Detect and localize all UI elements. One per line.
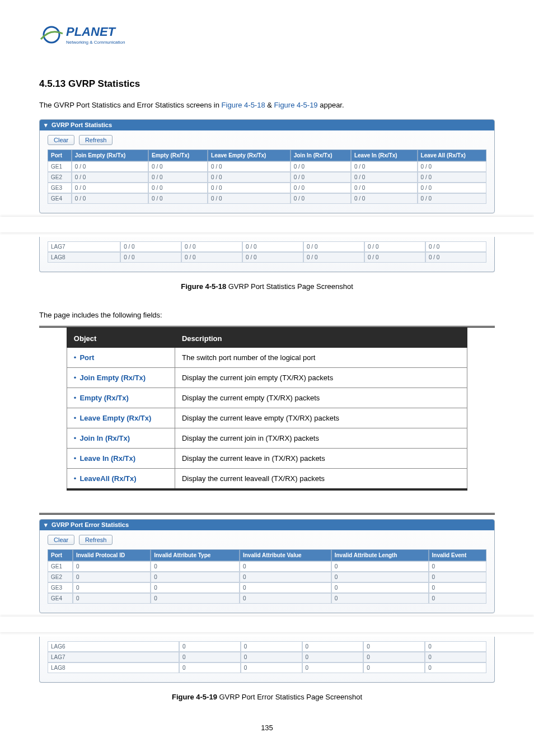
col-header: Invalid Event xyxy=(429,549,486,561)
table-row: GE200000 xyxy=(48,572,486,582)
table-cell: 0 / 0 xyxy=(425,252,486,263)
figure-caption-2: Figure 4-5-19 GVRP Port Error Statistics… xyxy=(39,693,495,701)
table-cell: 0 / 0 xyxy=(364,252,425,263)
table-cell: 0 / 0 xyxy=(148,193,208,204)
object-description-table: Object Description •PortThe switch port … xyxy=(67,328,467,491)
refresh-button[interactable]: Refresh xyxy=(79,535,113,545)
table-cell: GE3 xyxy=(48,183,72,193)
table-cell: 0 / 0 xyxy=(303,252,364,263)
table-cell: GE2 xyxy=(48,172,72,183)
object-cell: •Join Empty (Rx/Tx) xyxy=(67,368,175,388)
table-cell: 0 / 0 xyxy=(291,172,351,183)
panel-title[interactable]: ▾ GVRP Port Statistics xyxy=(40,120,494,130)
table-cell: GE2 xyxy=(48,572,73,582)
table-cell: 0 / 0 xyxy=(72,172,148,183)
table-cell: 0 xyxy=(73,593,151,604)
table-cell: 0 / 0 xyxy=(291,193,351,204)
table-cell: 0 / 0 xyxy=(208,172,291,183)
table-cell: 0 / 0 xyxy=(181,241,242,252)
table-cell: 0 xyxy=(240,582,331,593)
figure-link-2[interactable]: Figure 4-5-19 xyxy=(274,101,318,109)
table-cell: 0 xyxy=(331,593,429,604)
error-stats-table-bottom: LAG600000LAG700000LAG800000 xyxy=(48,641,486,673)
logo-tagline-text: Networking & Communication xyxy=(66,40,125,45)
table-cell: 0 xyxy=(363,662,425,673)
table-row: •LeaveAll (Rx/Tx)Display the current lea… xyxy=(67,469,467,490)
table-cell: 0 / 0 xyxy=(208,161,291,172)
chevron-down-icon: ▾ xyxy=(44,122,48,128)
col-header: Leave All (Rx/Tx) xyxy=(418,150,486,161)
table-cell: 0 xyxy=(151,561,240,572)
table-row: •Empty (Rx/Tx)Display the current empty … xyxy=(67,388,467,408)
table-cell: 0 xyxy=(429,561,486,572)
clear-button[interactable]: Clear xyxy=(48,135,74,145)
col-header: Join In (Rx/Tx) xyxy=(291,150,351,161)
description-cell: Display the current join in (TX/RX) pack… xyxy=(175,428,467,449)
description-cell: Display the current join empty (TX/RX) p… xyxy=(175,368,467,388)
table-cell: 0 / 0 xyxy=(425,241,486,252)
table-row: LAG700000 xyxy=(48,652,486,662)
table-cell: 0 xyxy=(179,662,241,673)
refresh-button[interactable]: Refresh xyxy=(79,135,113,145)
table-cell: 0 xyxy=(425,662,486,673)
port-stats-table-top: PortJoin Empty (Rx/Tx)Empty (Rx/Tx)Leave… xyxy=(48,150,486,204)
table-cell: LAG7 xyxy=(48,652,179,662)
table-cell: 0 xyxy=(151,593,240,604)
table-cell: LAG6 xyxy=(48,641,179,652)
brand-logo: PLANET Networking & Communication xyxy=(39,22,495,50)
table-cell: 0 / 0 xyxy=(72,161,148,172)
object-cell: •Empty (Rx/Tx) xyxy=(67,388,175,408)
table-cell: 0 xyxy=(241,662,302,673)
description-cell: Display the current leave in (TX/RX) pac… xyxy=(175,449,467,469)
table-cell: 0 / 0 xyxy=(120,241,181,252)
clear-button[interactable]: Clear xyxy=(48,535,74,545)
table-cell: 0 / 0 xyxy=(351,183,418,193)
table-cell: 0 / 0 xyxy=(148,161,208,172)
section-heading: 4.5.13 GVRP Statistics xyxy=(39,78,495,90)
table-cell: 0 / 0 xyxy=(418,183,486,193)
table-cell: 0 xyxy=(240,593,331,604)
table-cell: GE1 xyxy=(48,561,73,572)
table-row: GE10 / 00 / 00 / 00 / 00 / 00 / 0 xyxy=(48,161,486,172)
gvrp-port-error-statistics-panel-cont: LAG600000LAG700000LAG800000 xyxy=(39,637,495,683)
table-row: GE400000 xyxy=(48,593,486,604)
table-cell: 0 xyxy=(429,572,486,582)
table-cell: 0 xyxy=(331,561,429,572)
table-cell: 0 / 0 xyxy=(72,183,148,193)
col-header: Empty (Rx/Tx) xyxy=(148,150,208,161)
col-header: Join Empty (Rx/Tx) xyxy=(72,150,148,161)
table-cell: LAG8 xyxy=(48,662,179,673)
panel-title[interactable]: ▾ GVRP Port Error Statistics xyxy=(40,520,494,530)
table-row: •Leave Empty (Rx/Tx)Display the current … xyxy=(67,408,467,428)
table-row: GE40 / 00 / 00 / 00 / 00 / 00 / 0 xyxy=(48,193,486,204)
object-cell: •Join In (Rx/Tx) xyxy=(67,428,175,449)
table-cell: 0 xyxy=(331,582,429,593)
description-cell: The switch port number of the logical po… xyxy=(175,348,467,368)
table-cell: LAG8 xyxy=(48,252,120,263)
object-cell: •Leave Empty (Rx/Tx) xyxy=(67,408,175,428)
table-row: GE100000 xyxy=(48,561,486,572)
figure-link-1[interactable]: Figure 4-5-18 xyxy=(222,101,265,109)
figure-caption-1: Figure 4-5-18 GVRP Port Statistics Page … xyxy=(39,282,495,291)
table-cell: 0 / 0 xyxy=(242,241,303,252)
table-row: LAG80 / 00 / 00 / 00 / 00 / 00 / 0 xyxy=(48,252,486,263)
planet-logo-icon: PLANET Networking & Communication xyxy=(39,22,151,50)
table-cell: 0 / 0 xyxy=(148,183,208,193)
table-cell: 0 xyxy=(151,582,240,593)
table-cell: GE1 xyxy=(48,161,72,172)
table-cell: 0 xyxy=(331,572,429,582)
table-cell: 0 xyxy=(179,641,241,652)
table-cell: 0 xyxy=(240,572,331,582)
col-object: Object xyxy=(67,329,175,348)
table-cell: LAG7 xyxy=(48,241,120,252)
table-cell: 0 xyxy=(73,572,151,582)
table-row: •Leave In (Rx/Tx)Display the current lea… xyxy=(67,449,467,469)
table-cell: 0 xyxy=(425,652,486,662)
table-cell: 0 xyxy=(241,652,302,662)
table-cell: 0 / 0 xyxy=(351,172,418,183)
col-header: Invalid Attribute Type xyxy=(151,549,240,561)
page-number: 135 xyxy=(39,724,495,732)
table-row: LAG70 / 00 / 00 / 00 / 00 / 00 / 0 xyxy=(48,241,486,252)
col-header: Invalid Attribute Value xyxy=(240,549,331,561)
gvrp-port-statistics-panel: ▾ GVRP Port Statistics Clear Refresh Por… xyxy=(39,119,495,213)
